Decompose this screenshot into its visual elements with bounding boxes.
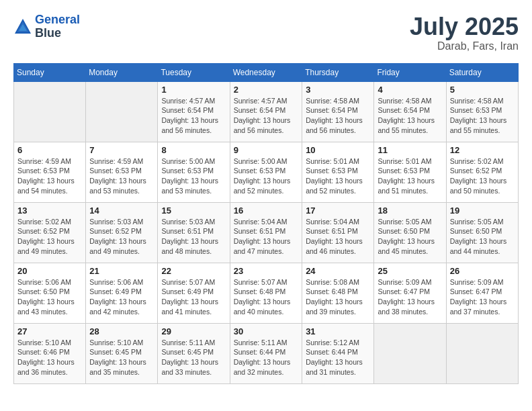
calendar-cell: 24Sunrise: 5:08 AMSunset: 6:48 PMDayligh…: [302, 263, 374, 323]
calendar-cell: [86, 81, 158, 142]
day-info: Sunrise: 5:07 AMSunset: 6:49 PMDaylight:…: [161, 277, 226, 317]
day-number: 22: [161, 266, 226, 276]
logo-general: General: [35, 13, 80, 27]
calendar-week-row: 13Sunrise: 5:02 AMSunset: 6:52 PMDayligh…: [14, 202, 519, 263]
calendar-cell: 4Sunrise: 4:58 AMSunset: 6:54 PMDaylight…: [374, 81, 446, 142]
day-info: Sunrise: 5:03 AMSunset: 6:51 PMDaylight:…: [161, 217, 226, 257]
day-number: 5: [450, 85, 515, 95]
day-info: Sunrise: 5:00 AMSunset: 6:53 PMDaylight:…: [161, 156, 226, 196]
day-number: 26: [450, 266, 515, 276]
calendar-cell: 21Sunrise: 5:06 AMSunset: 6:49 PMDayligh…: [86, 263, 158, 323]
day-number: 10: [306, 145, 370, 155]
day-info: Sunrise: 5:07 AMSunset: 6:48 PMDaylight:…: [234, 277, 298, 317]
day-number: 24: [306, 266, 370, 276]
calendar-cell: 2Sunrise: 4:57 AMSunset: 6:54 PMDaylight…: [230, 81, 302, 142]
calendar-cell: 12Sunrise: 5:02 AMSunset: 6:52 PMDayligh…: [446, 142, 518, 202]
calendar-table: SundayMondayTuesdayWednesdayThursdayFrid…: [13, 63, 519, 384]
calendar-cell: 3Sunrise: 4:58 AMSunset: 6:54 PMDaylight…: [302, 81, 374, 142]
calendar-cell: 27Sunrise: 5:10 AMSunset: 6:46 PMDayligh…: [14, 323, 86, 383]
day-number: 20: [17, 266, 82, 276]
day-number: 2: [234, 85, 298, 95]
day-info: Sunrise: 5:04 AMSunset: 6:51 PMDaylight:…: [234, 217, 298, 257]
day-number: 13: [17, 205, 82, 216]
day-info: Sunrise: 5:01 AMSunset: 6:53 PMDaylight:…: [306, 156, 370, 196]
weekday-header: Friday: [374, 63, 446, 81]
day-info: Sunrise: 5:06 AMSunset: 6:49 PMDaylight:…: [89, 277, 154, 317]
calendar-cell: 31Sunrise: 5:12 AMSunset: 6:44 PMDayligh…: [302, 323, 374, 383]
day-number: 27: [17, 326, 82, 336]
day-number: 18: [378, 205, 442, 216]
day-number: 31: [306, 326, 370, 336]
calendar-cell: 14Sunrise: 5:03 AMSunset: 6:52 PMDayligh…: [86, 202, 158, 263]
day-number: 3: [306, 85, 370, 95]
calendar-title: July 2025: [410, 13, 519, 40]
day-number: 28: [89, 326, 154, 336]
calendar-cell: 19Sunrise: 5:05 AMSunset: 6:50 PMDayligh…: [446, 202, 518, 263]
calendar-cell: 1Sunrise: 4:57 AMSunset: 6:54 PMDaylight…: [158, 81, 230, 142]
day-info: Sunrise: 4:57 AMSunset: 6:54 PMDaylight:…: [161, 96, 226, 136]
day-info: Sunrise: 5:03 AMSunset: 6:52 PMDaylight:…: [89, 217, 154, 257]
day-info: Sunrise: 5:02 AMSunset: 6:52 PMDaylight:…: [17, 217, 82, 257]
calendar-cell: 5Sunrise: 4:58 AMSunset: 6:53 PMDaylight…: [446, 81, 518, 142]
calendar-cell: 7Sunrise: 4:59 AMSunset: 6:53 PMDaylight…: [86, 142, 158, 202]
calendar-week-row: 1Sunrise: 4:57 AMSunset: 6:54 PMDaylight…: [14, 81, 519, 142]
calendar-week-row: 27Sunrise: 5:10 AMSunset: 6:46 PMDayligh…: [14, 323, 519, 383]
calendar-cell: 20Sunrise: 5:06 AMSunset: 6:50 PMDayligh…: [14, 263, 86, 323]
day-number: 15: [161, 205, 226, 216]
day-number: 16: [234, 205, 298, 216]
calendar-cell: 28Sunrise: 5:10 AMSunset: 6:45 PMDayligh…: [86, 323, 158, 383]
day-info: Sunrise: 5:04 AMSunset: 6:51 PMDaylight:…: [306, 217, 370, 257]
day-number: 30: [234, 326, 298, 336]
calendar-cell: 8Sunrise: 5:00 AMSunset: 6:53 PMDaylight…: [158, 142, 230, 202]
day-number: 9: [234, 145, 298, 155]
weekday-header: Tuesday: [158, 63, 230, 81]
logo-icon: [13, 17, 32, 36]
calendar-cell: [374, 323, 446, 383]
day-info: Sunrise: 4:59 AMSunset: 6:53 PMDaylight:…: [17, 156, 82, 196]
calendar-cell: 15Sunrise: 5:03 AMSunset: 6:51 PMDayligh…: [158, 202, 230, 263]
calendar-cell: 6Sunrise: 4:59 AMSunset: 6:53 PMDaylight…: [14, 142, 86, 202]
calendar-cell: 13Sunrise: 5:02 AMSunset: 6:52 PMDayligh…: [14, 202, 86, 263]
day-info: Sunrise: 5:06 AMSunset: 6:50 PMDaylight:…: [17, 277, 82, 317]
day-info: Sunrise: 4:58 AMSunset: 6:54 PMDaylight:…: [378, 96, 442, 136]
day-info: Sunrise: 5:11 AMSunset: 6:45 PMDaylight:…: [161, 338, 226, 377]
day-info: Sunrise: 4:59 AMSunset: 6:53 PMDaylight:…: [89, 156, 154, 196]
day-info: Sunrise: 5:10 AMSunset: 6:46 PMDaylight:…: [17, 338, 82, 377]
day-number: 23: [234, 266, 298, 276]
calendar-cell: 30Sunrise: 5:11 AMSunset: 6:44 PMDayligh…: [230, 323, 302, 383]
calendar-cell: 9Sunrise: 5:00 AMSunset: 6:53 PMDaylight…: [230, 142, 302, 202]
calendar-cell: 18Sunrise: 5:05 AMSunset: 6:50 PMDayligh…: [374, 202, 446, 263]
day-number: 12: [450, 145, 515, 155]
day-number: 14: [89, 205, 154, 216]
logo: General Blue: [13, 13, 80, 40]
day-info: Sunrise: 5:02 AMSunset: 6:52 PMDaylight:…: [450, 156, 515, 196]
day-number: 21: [89, 266, 154, 276]
day-number: 19: [450, 205, 515, 216]
weekday-header: Monday: [86, 63, 158, 81]
day-info: Sunrise: 5:10 AMSunset: 6:45 PMDaylight:…: [89, 338, 154, 377]
calendar-cell: 29Sunrise: 5:11 AMSunset: 6:45 PMDayligh…: [158, 323, 230, 383]
day-number: 25: [378, 266, 442, 276]
day-number: 29: [161, 326, 226, 336]
day-info: Sunrise: 5:01 AMSunset: 6:53 PMDaylight:…: [378, 156, 442, 196]
day-info: Sunrise: 4:58 AMSunset: 6:54 PMDaylight:…: [306, 96, 370, 136]
day-info: Sunrise: 5:08 AMSunset: 6:48 PMDaylight:…: [306, 277, 370, 317]
day-info: Sunrise: 4:57 AMSunset: 6:54 PMDaylight:…: [234, 96, 298, 136]
calendar-cell: 11Sunrise: 5:01 AMSunset: 6:53 PMDayligh…: [374, 142, 446, 202]
calendar-cell: 23Sunrise: 5:07 AMSunset: 6:48 PMDayligh…: [230, 263, 302, 323]
day-number: 11: [378, 145, 442, 155]
day-number: 7: [89, 145, 154, 155]
calendar-cell: 22Sunrise: 5:07 AMSunset: 6:49 PMDayligh…: [158, 263, 230, 323]
calendar-week-row: 20Sunrise: 5:06 AMSunset: 6:50 PMDayligh…: [14, 263, 519, 323]
weekday-header: Sunday: [14, 63, 86, 81]
day-number: 6: [17, 145, 82, 155]
day-info: Sunrise: 5:11 AMSunset: 6:44 PMDaylight:…: [234, 338, 298, 377]
day-number: 17: [306, 205, 370, 216]
page-header: General Blue July 2025 Darab, Fars, Iran: [13, 13, 519, 52]
weekday-header: Saturday: [446, 63, 518, 81]
logo-blue: Blue: [35, 27, 80, 40]
calendar-cell: 25Sunrise: 5:09 AMSunset: 6:47 PMDayligh…: [374, 263, 446, 323]
calendar-cell: 17Sunrise: 5:04 AMSunset: 6:51 PMDayligh…: [302, 202, 374, 263]
day-info: Sunrise: 5:05 AMSunset: 6:50 PMDaylight:…: [378, 217, 442, 257]
weekday-header: Thursday: [302, 63, 374, 81]
